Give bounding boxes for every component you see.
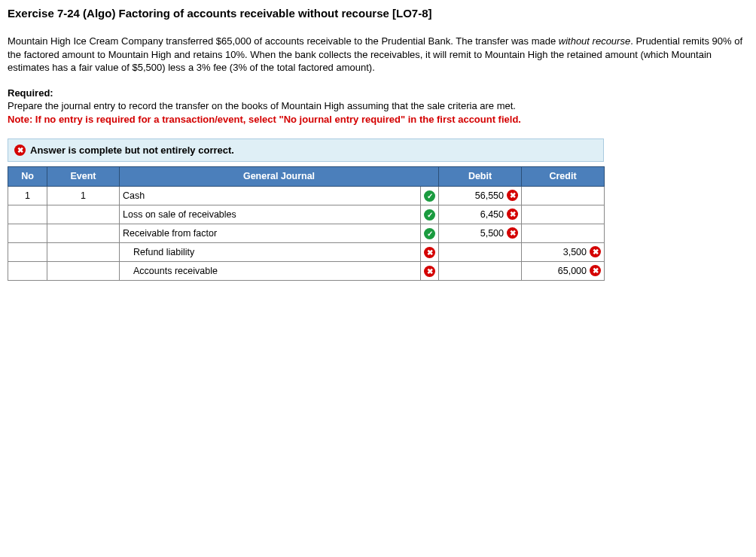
x-icon: ✖ — [424, 247, 435, 258]
col-header-debit: Debit — [439, 167, 522, 187]
account-cell[interactable]: Loss on sale of receivables — [120, 205, 421, 224]
debit-cell[interactable]: 56,550✖ — [439, 186, 522, 205]
account-name: Loss on sale of receivables — [123, 208, 417, 221]
credit-cell[interactable]: 65,000✖ — [522, 261, 605, 280]
cell-no — [8, 261, 47, 280]
debit-value: 5,500 — [480, 227, 504, 240]
check-icon: ✓ — [424, 190, 435, 202]
cell-event — [47, 224, 120, 242]
check-icon: ✓ — [424, 209, 435, 221]
required-label: Required: — [8, 87, 748, 100]
x-icon: ✖ — [507, 227, 518, 239]
debit-value: 56,550 — [475, 190, 504, 202]
debit-value: 6,450 — [480, 208, 504, 221]
account-cell[interactable]: Receivable from factor — [120, 224, 421, 242]
required-block: Required: Prepare the journal entry to r… — [8, 87, 748, 126]
account-status-cell: ✓ — [421, 224, 439, 242]
cell-no — [8, 205, 47, 224]
check-icon: ✓ — [424, 228, 435, 239]
exercise-title: Exercise 7-24 (Algo) Factoring of accoun… — [8, 6, 748, 21]
banner-text: Answer is complete but not entirely corr… — [30, 144, 234, 157]
debit-cell[interactable]: 5,500✖ — [439, 224, 522, 242]
cell-event — [47, 242, 120, 261]
cell-no — [8, 242, 47, 261]
col-header-event: Event — [47, 167, 120, 187]
debit-cell[interactable] — [439, 261, 522, 280]
account-status-cell: ✓ — [421, 186, 439, 205]
x-icon: ✖ — [14, 145, 26, 156]
paragraph-italic: without recourse — [559, 35, 630, 47]
credit-cell[interactable] — [522, 205, 605, 224]
debit-cell[interactable]: 6,450✖ — [439, 205, 522, 224]
account-cell[interactable]: Accounts receivable — [120, 261, 421, 280]
note-text: Note: If no entry is required for a tran… — [8, 114, 521, 125]
required-text: Prepare the journal entry to record the … — [8, 100, 516, 111]
table-row: Accounts receivable✖65,000✖ — [8, 261, 605, 280]
table-row: 11Cash✓56,550✖ — [8, 186, 605, 205]
cell-event — [47, 261, 120, 280]
credit-value: 65,000 — [558, 265, 587, 278]
x-icon: ✖ — [424, 266, 435, 277]
table-row: Refund liability✖3,500✖ — [8, 242, 605, 261]
account-cell[interactable]: Cash — [120, 186, 421, 205]
debit-cell[interactable] — [439, 242, 522, 261]
cell-event: 1 — [47, 186, 120, 205]
account-status-cell: ✖ — [421, 242, 439, 261]
x-icon: ✖ — [507, 190, 518, 201]
col-header-no: No — [8, 167, 47, 187]
account-cell[interactable]: Refund liability — [120, 242, 421, 261]
account-name: Receivable from factor — [123, 227, 417, 240]
account-name: Cash — [123, 190, 417, 202]
table-row: Loss on sale of receivables✓6,450✖ — [8, 205, 605, 224]
credit-value: 3,500 — [563, 246, 587, 259]
cell-no: 1 — [8, 186, 47, 205]
credit-cell[interactable] — [522, 224, 605, 242]
problem-paragraph: Mountain High Ice Cream Company transfer… — [8, 35, 748, 75]
journal-entry-table: No Event General Journal Debit Credit 11… — [8, 166, 605, 281]
account-name: Accounts receivable — [123, 265, 417, 278]
col-header-gj: General Journal — [120, 167, 439, 187]
col-header-credit: Credit — [522, 167, 605, 187]
cell-event — [47, 205, 120, 224]
x-icon: ✖ — [590, 246, 601, 257]
x-icon: ✖ — [507, 208, 518, 220]
table-row: Receivable from factor✓5,500✖ — [8, 224, 605, 242]
account-status-cell: ✖ — [421, 261, 439, 280]
x-icon: ✖ — [590, 265, 601, 276]
paragraph-lead: Mountain High Ice Cream Company transfer… — [8, 35, 559, 47]
answer-status-banner: ✖ Answer is complete but not entirely co… — [8, 138, 604, 163]
account-name: Refund liability — [123, 246, 417, 259]
credit-cell[interactable] — [522, 186, 605, 205]
credit-cell[interactable]: 3,500✖ — [522, 242, 605, 261]
cell-no — [8, 224, 47, 242]
account-status-cell: ✓ — [421, 205, 439, 224]
